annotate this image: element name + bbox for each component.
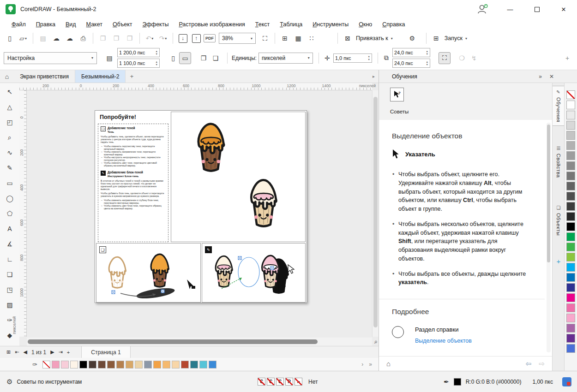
options-gear-icon[interactable]: ⚙: [406, 32, 418, 44]
document-palette-swatch[interactable]: [153, 361, 161, 368]
extra-tool-icon-b[interactable]: ↯: [468, 52, 480, 64]
snap-state-tile[interactable]: С: [258, 378, 265, 386]
palette-swatch[interactable]: [566, 90, 575, 99]
palette-swatch[interactable]: [566, 101, 575, 109]
menu-item[interactable]: Эффекты: [138, 20, 174, 29]
polygon-tool[interactable]: ⬠: [3, 208, 17, 220]
menu-item[interactable]: Справка: [377, 20, 410, 29]
crop-tool[interactable]: ◰: [3, 116, 17, 128]
close-button[interactable]: ✕: [550, 0, 577, 18]
cupcake-artwork[interactable]: [189, 120, 233, 175]
document-palette-swatch[interactable]: [162, 361, 170, 368]
menu-item[interactable]: Таблица: [275, 20, 307, 29]
page-height-input[interactable]: 1 100,0 пкс▲▼: [117, 59, 160, 68]
units-combo[interactable]: пикселей▾: [258, 53, 313, 64]
save-icon[interactable]: ▤: [37, 32, 49, 44]
docker-close-icon[interactable]: ✕: [549, 73, 554, 80]
document-palette-swatch[interactable]: [42, 361, 50, 368]
snap-state-tile[interactable]: ➤: [295, 378, 302, 386]
palette-swatch[interactable]: [566, 222, 575, 231]
portrait-button[interactable]: ▯: [167, 52, 179, 64]
page-width-input[interactable]: 1 200,0 пкс▲▼: [117, 48, 160, 57]
horizontal-ruler[interactable]: 2000200400600800100012001400: [19, 83, 372, 90]
status-gear-icon[interactable]: ⚙: [6, 378, 12, 386]
nudge-distance-input[interactable]: 1,0 пкс▲▼: [333, 53, 372, 63]
extra-tool-icon-a[interactable]: ❍: [456, 52, 468, 64]
canvas-viewport[interactable]: Попробуйте! ❏ Добавление теней Тень Чтоб…: [27, 90, 372, 337]
docker-flyout-icon[interactable]: »: [539, 73, 542, 80]
palette-swatch[interactable]: [566, 172, 575, 180]
import-icon[interactable]: ↓: [177, 32, 189, 44]
document-palette-swatch[interactable]: [89, 361, 96, 368]
docker-tab-objects[interactable]: ❏ Объекты: [553, 202, 565, 239]
undo-icon[interactable]: ↶▾: [144, 32, 156, 44]
taskbar-app-icon[interactable]: [562, 377, 571, 386]
palette-swatch[interactable]: [566, 131, 575, 140]
palette-swatch[interactable]: [566, 293, 575, 302]
show-rulers-icon[interactable]: ⊞: [279, 32, 291, 44]
snap-state-tile[interactable]: Р: [285, 378, 293, 386]
show-grid-icon[interactable]: ▦: [292, 32, 304, 44]
scrollbar-thumb[interactable]: [28, 339, 318, 344]
docker-tab-properties[interactable]: ☰ Свойства: [553, 143, 565, 181]
palette-swatch[interactable]: [566, 273, 575, 282]
hints-back-icon[interactable]: ⇦: [526, 360, 532, 368]
current-page-button[interactable]: ❏: [210, 52, 222, 64]
hints-tab-label[interactable]: Советы: [390, 109, 409, 114]
palette-swatch[interactable]: [566, 121, 575, 130]
document-palette-swatch[interactable]: [70, 361, 78, 368]
document-palette-swatch[interactable]: [61, 361, 69, 368]
export-icon[interactable]: ↑: [190, 32, 202, 44]
text-tool[interactable]: А: [3, 223, 17, 235]
menu-item[interactable]: Окно: [354, 20, 377, 29]
canvas-vertical-scrollbar[interactable]: [372, 90, 379, 337]
palette-swatch[interactable]: [566, 334, 575, 343]
document-palette-swatch[interactable]: [135, 361, 143, 368]
menu-item[interactable]: Вид: [60, 20, 81, 29]
document-palette-swatch[interactable]: [190, 361, 198, 368]
canvas-horizontal-scrollbar[interactable]: ⌕: [27, 338, 372, 346]
palette-swatch[interactable]: [566, 111, 575, 119]
paste-icon[interactable]: ❐: [124, 32, 136, 44]
menu-item[interactable]: Правка: [31, 20, 60, 29]
duplicate-y-input[interactable]: 24,0 пкс▲▼: [392, 59, 430, 68]
fullscreen-preview-icon[interactable]: ⛶: [259, 32, 271, 44]
palette-swatch[interactable]: [566, 141, 575, 150]
zoom-tool[interactable]: ⌕: [3, 131, 17, 143]
connector-tool[interactable]: ∟: [3, 253, 17, 265]
treat-as-filled-button[interactable]: ⛶: [439, 52, 451, 64]
page-preset-combo[interactable]: Настройка▾: [4, 52, 97, 64]
open-document-icon[interactable]: ▱▾: [17, 32, 29, 44]
artistic-media-tool[interactable]: ✎: [3, 162, 17, 174]
contour-tool[interactable]: ◳: [3, 284, 17, 296]
document-palette-swatch[interactable]: [199, 361, 207, 368]
menu-item[interactable]: Объект: [108, 20, 138, 29]
drop-shadow-tool[interactable]: ❏: [3, 268, 17, 280]
menu-item[interactable]: Инструменты: [307, 20, 354, 29]
palette-swatch[interactable]: [566, 161, 575, 170]
pick-tool[interactable]: ↖: [3, 86, 17, 98]
palette-swatch[interactable]: [566, 314, 575, 322]
document-palette-swatch[interactable]: [116, 361, 124, 368]
document-palette-swatch[interactable]: [79, 361, 87, 368]
propbar-add-icon[interactable]: +: [561, 52, 573, 64]
transparency-tool[interactable]: ▨: [3, 299, 17, 311]
page-tab[interactable]: Страница 1: [81, 346, 130, 358]
cloud-upload-icon[interactable]: ☁: [50, 32, 62, 44]
document-palette-swatch[interactable]: [181, 361, 189, 368]
document-palette-swatch[interactable]: [52, 361, 60, 368]
menu-item[interactable]: Текст: [250, 20, 275, 29]
palette-swatch[interactable]: [566, 182, 575, 190]
palette-swatch[interactable]: [566, 283, 575, 292]
add-docker-icon[interactable]: +: [553, 257, 565, 265]
launch-label[interactable]: Запуск: [445, 35, 463, 42]
shape-tool[interactable]: △: [3, 101, 17, 113]
palette-scroll-icon[interactable]: ›: [361, 361, 363, 368]
document-page[interactable]: Попробуйте! ❏ Добавление теней Тень Чтоб…: [95, 110, 307, 303]
zoom-glass-icon[interactable]: ⌕: [374, 338, 378, 345]
last-page-icon[interactable]: ⇥: [59, 349, 63, 355]
cloud-open-icon[interactable]: ☁: [64, 32, 76, 44]
publish-pdf-icon[interactable]: PDF: [204, 32, 216, 44]
copy-icon[interactable]: ❐: [110, 32, 122, 44]
outline-color-swatch[interactable]: [454, 378, 461, 386]
